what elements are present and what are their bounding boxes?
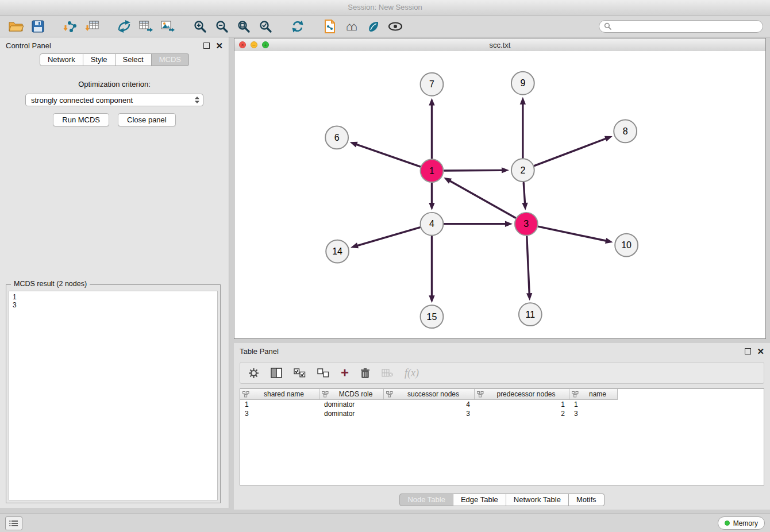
graph-edge-4-14[interactable] — [358, 228, 420, 245]
control-panel-header: Control Panel ✕ — [0, 37, 229, 53]
tab-network-table[interactable]: Network Table — [506, 494, 569, 506]
graph-node-label: 6 — [334, 133, 340, 142]
run-mcds-button[interactable]: Run MCDS — [53, 113, 109, 126]
deselect-all-icon[interactable] — [317, 368, 329, 378]
column-type-icon — [386, 391, 393, 398]
close-table-panel-icon[interactable]: ✕ — [757, 347, 764, 356]
tab-node-table[interactable]: Node Table — [399, 494, 453, 506]
table-panel: Table Panel ✕ + — [234, 343, 770, 510]
column-header-shared-name[interactable]: shared name — [240, 389, 319, 400]
optimization-label: Optimization criterion: — [0, 80, 229, 88]
window-minimize-icon[interactable]: − — [251, 41, 257, 48]
tab-motifs[interactable]: Motifs — [569, 494, 605, 506]
table-cell: 1 — [475, 400, 569, 409]
table-panel-header: Table Panel ✕ — [234, 343, 770, 359]
column-header-name[interactable]: name — [569, 389, 618, 400]
table-row[interactable]: 1dominator411 — [240, 400, 764, 409]
status-bar: Memory — [0, 514, 770, 532]
table-toolbar: + f(x) — [240, 362, 764, 384]
mcds-result-text[interactable]: 1 3 — [9, 291, 218, 500]
search-box[interactable] — [599, 20, 763, 33]
column-type-icon — [572, 391, 579, 398]
table-header-row: shared nameMCDS rolesuccessor nodesprede… — [240, 389, 764, 400]
home-icon[interactable]: ⌂⌂ — [342, 18, 361, 35]
graph-edge-1-2[interactable] — [444, 170, 502, 171]
add-column-icon[interactable]: + — [341, 366, 349, 380]
column-type-icon — [477, 391, 484, 398]
control-panel-tabs: NetworkStyleSelectMCDS — [0, 53, 229, 66]
refresh-icon[interactable] — [288, 18, 307, 35]
delete-column-icon[interactable] — [360, 368, 370, 379]
network-window-titlebar[interactable]: × − + scc.txt — [234, 38, 765, 52]
graph-edge-3-11[interactable] — [527, 237, 529, 294]
network-arrows-icon[interactable] — [115, 18, 133, 35]
gear-icon[interactable] — [248, 368, 259, 379]
tab-style[interactable]: Style — [83, 53, 116, 66]
select-all-icon[interactable] — [294, 368, 306, 378]
graph-edge-1-6[interactable] — [357, 145, 420, 167]
zoom-fit-icon[interactable] — [234, 18, 253, 35]
close-panel-icon[interactable]: ✕ — [215, 41, 223, 50]
float-table-panel-icon[interactable] — [745, 348, 751, 354]
float-panel-icon[interactable] — [203, 43, 210, 49]
graph-edge-2-3[interactable] — [523, 183, 525, 203]
home-glyph: ⌂⌂ — [346, 20, 357, 32]
graph-node-label: 1 — [429, 166, 434, 176]
search-input[interactable] — [611, 22, 758, 31]
table-cell: 4 — [384, 400, 475, 409]
graph-edge-arrowhead — [605, 238, 613, 244]
clone-network-icon[interactable] — [321, 18, 339, 35]
window-close-icon[interactable]: × — [239, 41, 246, 48]
tab-network[interactable]: Network — [40, 53, 83, 66]
column-visibility-icon[interactable] — [271, 368, 282, 378]
graph-node-label: 3 — [523, 219, 529, 229]
function-builder-icon: f(x) — [405, 367, 419, 379]
control-panel-title: Control Panel — [6, 41, 51, 50]
zoom-in-icon[interactable] — [191, 18, 209, 35]
network-canvas[interactable]: 7968124314101511 — [234, 51, 765, 338]
close-panel-button[interactable]: Close panel — [118, 113, 176, 126]
graph-edge-arrowhead — [429, 98, 434, 106]
graph-edge-arrowhead — [429, 295, 434, 303]
graph-node-label: 10 — [621, 240, 632, 250]
network-view-window: × − + scc.txt 7968124314101511 — [234, 38, 766, 339]
tab-select[interactable]: Select — [116, 53, 152, 66]
table-cell: 2 — [475, 409, 569, 418]
zoom-selected-icon[interactable] — [256, 18, 275, 35]
window-zoom-icon[interactable]: + — [262, 41, 269, 48]
graph-edge-arrowhead — [351, 242, 359, 248]
export-image-icon[interactable] — [159, 18, 177, 35]
zoom-out-icon[interactable] — [213, 18, 231, 35]
column-header-successor-nodes[interactable]: successor nodes — [384, 389, 475, 400]
window-title: Session: New Session — [348, 3, 422, 11]
graph-edge-arrowhead — [505, 221, 513, 227]
save-session-icon[interactable] — [29, 18, 47, 35]
show-details-eye-icon[interactable] — [386, 18, 405, 35]
task-history-icon[interactable] — [5, 516, 22, 530]
table-tabs: Node TableEdge TableNetwork TableMotifs — [234, 494, 770, 506]
graph-edge-3-1[interactable] — [451, 181, 515, 218]
style-icon[interactable] — [364, 18, 383, 35]
graph-edge-3-10[interactable] — [538, 226, 606, 241]
table-row[interactable]: 3dominator323 — [240, 409, 764, 418]
tab-mcds[interactable]: MCDS — [152, 53, 189, 66]
column-type-icon — [322, 391, 329, 398]
graph-edge-arrowhead — [605, 136, 613, 142]
open-session-icon[interactable] — [7, 18, 25, 35]
column-header-MCDS-role[interactable]: MCDS role — [319, 389, 384, 400]
import-table-icon[interactable] — [83, 18, 101, 35]
graph-edge-2-8[interactable] — [534, 139, 605, 166]
graph-node-label: 7 — [429, 79, 434, 89]
table-cell: dominator — [319, 409, 384, 418]
tab-edge-table[interactable]: Edge Table — [453, 494, 506, 506]
graph-node-label: 9 — [520, 78, 525, 88]
import-network-icon[interactable] — [61, 18, 79, 35]
export-table-icon[interactable] — [137, 18, 155, 35]
table-cell: 3 — [240, 409, 319, 418]
column-header-predecessor-nodes[interactable]: predecessor nodes — [475, 389, 569, 400]
network-graph[interactable]: 7968124314101511 — [234, 51, 765, 338]
main-toolbar: ⌂⌂ — [0, 16, 770, 37]
optimization-dropdown[interactable]: strongly connected component — [25, 94, 203, 106]
memory-button[interactable]: Memory — [718, 516, 765, 530]
graph-node-label: 8 — [623, 126, 628, 136]
